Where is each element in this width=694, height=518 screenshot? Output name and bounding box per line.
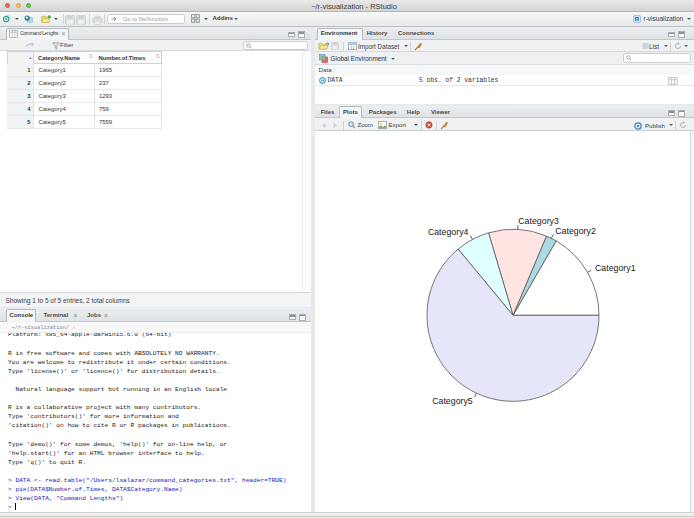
svg-text:R: R — [635, 16, 640, 22]
svg-text:Category5: Category5 — [432, 396, 473, 406]
svg-text:Category4: Category4 — [428, 227, 469, 237]
svg-text:Category1: Category1 — [595, 263, 636, 273]
svg-text:Category2: Category2 — [555, 226, 596, 236]
svg-text:Category3: Category3 — [518, 216, 559, 226]
